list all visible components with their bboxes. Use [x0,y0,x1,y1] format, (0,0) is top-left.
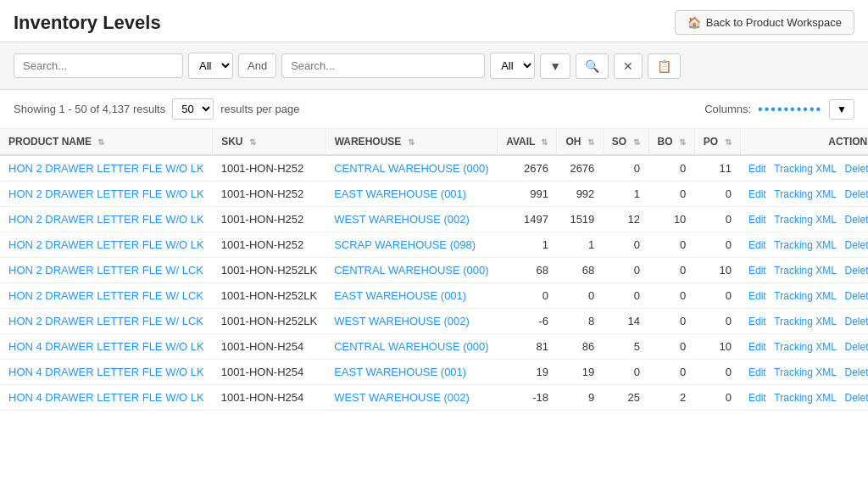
edit-link[interactable]: Edit [748,265,766,277]
edit-link[interactable]: Edit [748,316,766,327]
search-button[interactable]: 🔍 [576,53,609,79]
tracking-xml-link[interactable]: Tracking XML [774,366,837,378]
delete-link[interactable]: Delete [845,341,868,353]
cell-warehouse: EAST WAREHOUSE (001) [326,283,498,309]
cell-sku: 1001-HON-H254 [213,334,326,360]
product-name-link[interactable]: HON 2 DRAWER LETTER FLE W/O LK [8,213,204,226]
cell-avail: -6 [498,309,557,334]
tracking-xml-link[interactable]: Tracking XML [774,290,837,302]
warehouse-link[interactable]: SCRAP WAREHOUSE (098) [334,238,476,251]
back-to-workspace-button[interactable]: 🏠 Back to Product Workspace [675,10,854,35]
delete-link[interactable]: Delete [845,290,868,302]
columns-dots: •••••••••• [758,102,822,117]
search-input-1[interactable] [14,53,183,78]
delete-link[interactable]: Delete [845,214,868,226]
product-name-link[interactable]: HON 2 DRAWER LETTER FLE W/ LCK [8,264,203,277]
columns-dropdown-button[interactable]: ▼ [829,99,854,120]
product-name-link[interactable]: HON 2 DRAWER LETTER FLE W/ LCK [8,315,203,327]
clear-button[interactable]: ✕ [614,53,643,79]
tracking-xml-link[interactable]: Tracking XML [774,188,837,200]
product-name-link[interactable]: HON 2 DRAWER LETTER FLE W/O LK [8,162,204,175]
delete-link[interactable]: Delete [845,316,868,327]
cell-product-name: HON 4 DRAWER LETTER FLE W/O LK [0,360,213,385]
delete-link[interactable]: Delete [845,392,868,404]
product-name-link[interactable]: HON 2 DRAWER LETTER FLE W/O LK [8,187,204,200]
cell-so: 0 [603,155,648,182]
tracking-xml-link[interactable]: Tracking XML [774,392,837,404]
edit-link[interactable]: Edit [748,290,766,302]
export-button[interactable]: 📋 [648,53,681,79]
col-avail[interactable]: AVAIL ⇅ [498,129,557,155]
warehouse-link[interactable]: CENTRAL WAREHOUSE (000) [334,162,489,175]
product-name-link[interactable]: HON 2 DRAWER LETTER FLE W/O LK [8,238,204,251]
warehouse-link[interactable]: WEST WAREHOUSE (002) [334,213,470,226]
filter-select-2[interactable]: All [490,53,535,79]
delete-link[interactable]: Delete [845,265,868,277]
edit-link[interactable]: Edit [748,163,766,175]
search-input-2[interactable] [281,53,485,78]
delete-link[interactable]: Delete [845,163,868,175]
edit-link[interactable]: Edit [748,366,766,378]
cell-actions: Edit Tracking XML Delete [740,360,868,385]
edit-link[interactable]: Edit [748,188,766,200]
tracking-xml-link[interactable]: Tracking XML [774,316,837,327]
col-bo[interactable]: BO ⇅ [648,129,694,155]
cell-bo: 0 [648,283,694,309]
filter-select-1[interactable]: All [188,53,233,79]
product-name-link[interactable]: HON 2 DRAWER LETTER FLE W/ LCK [8,289,203,302]
sort-icon-oh: ⇅ [587,137,594,147]
warehouse-link[interactable]: EAST WAREHOUSE (001) [334,289,466,302]
filter-icon: ▼ [549,59,561,73]
warehouse-link[interactable]: CENTRAL WAREHOUSE (000) [334,340,489,353]
cell-product-name: HON 2 DRAWER LETTER FLE W/O LK [0,232,213,258]
tracking-xml-link[interactable]: Tracking XML [774,214,837,226]
cell-oh: 8 [557,309,603,334]
cell-oh: 86 [557,334,603,360]
filter-button[interactable]: ▼ [540,53,570,79]
warehouse-link[interactable]: CENTRAL WAREHOUSE (000) [334,264,489,277]
cell-sku: 1001-HON-H252 [213,207,326,232]
cell-avail: 1 [498,232,557,258]
tracking-xml-link[interactable]: Tracking XML [774,265,837,277]
tracking-xml-link[interactable]: Tracking XML [774,341,837,353]
col-oh[interactable]: OH ⇅ [557,129,603,155]
cell-so: 1 [603,182,648,207]
cell-so: 12 [603,207,648,232]
cell-warehouse: EAST WAREHOUSE (001) [326,182,498,207]
delete-link[interactable]: Delete [845,239,868,251]
cell-bo: 2 [648,385,694,411]
col-sku[interactable]: SKU ⇅ [213,129,326,155]
edit-link[interactable]: Edit [748,341,766,353]
edit-link[interactable]: Edit [748,214,766,226]
delete-link[interactable]: Delete [845,188,868,200]
product-name-link[interactable]: HON 4 DRAWER LETTER FLE W/O LK [8,340,204,353]
warehouse-link[interactable]: EAST WAREHOUSE (001) [334,366,466,378]
tracking-xml-link[interactable]: Tracking XML [774,163,837,175]
cell-sku: 1001-HON-H252LK [213,283,326,309]
edit-link[interactable]: Edit [748,239,766,251]
table-body: HON 2 DRAWER LETTER FLE W/O LK 1001-HON-… [0,155,868,411]
warehouse-link[interactable]: WEST WAREHOUSE (002) [334,315,470,327]
col-product-name[interactable]: PRODUCT NAME ⇅ [0,129,213,155]
col-po[interactable]: PO ⇅ [694,129,740,155]
cell-warehouse: WEST WAREHOUSE (002) [326,207,498,232]
delete-link[interactable]: Delete [845,366,868,378]
tracking-xml-link[interactable]: Tracking XML [774,239,837,251]
col-so[interactable]: SO ⇅ [603,129,648,155]
cell-po: 0 [694,182,740,207]
per-page-label: results per page [220,103,299,115]
cell-oh: 68 [557,258,603,283]
cell-bo: 0 [648,155,694,182]
cell-oh: 19 [557,360,603,385]
edit-link[interactable]: Edit [748,392,766,404]
cell-actions: Edit Tracking XML Delete [740,385,868,411]
product-name-link[interactable]: HON 4 DRAWER LETTER FLE W/O LK [8,366,204,378]
col-warehouse[interactable]: WAREHOUSE ⇅ [326,129,498,155]
sort-icon-bo: ⇅ [679,137,686,147]
warehouse-link[interactable]: EAST WAREHOUSE (001) [334,187,466,200]
warehouse-link[interactable]: WEST WAREHOUSE (002) [334,391,470,404]
and-separator: And [238,53,276,78]
cell-so: 0 [603,232,648,258]
product-name-link[interactable]: HON 4 DRAWER LETTER FLE W/O LK [8,391,204,404]
per-page-select[interactable]: 50 [172,98,214,120]
